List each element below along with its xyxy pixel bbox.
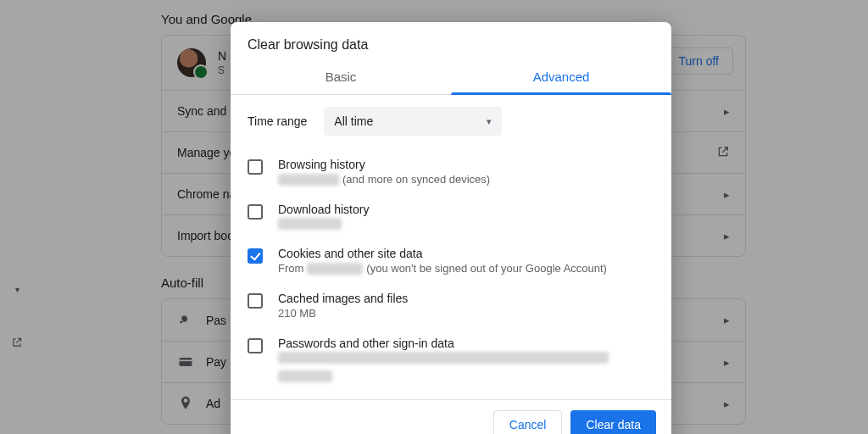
option-subtitle: (and more on synced devices) [278,173,654,186]
option-subtitle: 210 MB [278,307,654,320]
option-title: Cached images and files [278,292,654,305]
option-subtitle [278,352,654,382]
time-range-value: All time [334,114,373,128]
dialog-tabs: Basic Advanced [231,61,671,95]
redacted-text [278,370,332,382]
clear-data-button[interactable]: Clear data [570,410,656,434]
options-list: Browsing history (and more on synced dev… [231,149,671,399]
option-download-history[interactable]: Download history [248,194,654,238]
dialog-footer: Cancel Clear data [231,399,671,434]
clear-browsing-data-dialog: Clear browsing data Basic Advanced Time … [231,22,671,434]
redacted-text [278,218,342,230]
option-title: Cookies and other site data [278,247,654,260]
tab-basic[interactable]: Basic [231,61,451,94]
redacted-text [278,174,339,186]
time-range-row: Time range All time ▾ [231,95,671,149]
cancel-button[interactable]: Cancel [493,410,563,434]
time-range-label: Time range [248,114,307,128]
checkbox[interactable] [248,248,263,264]
tab-advanced[interactable]: Advanced [451,61,671,94]
checkbox[interactable] [248,293,263,309]
option-subtitle: From (you won't be signed out of your Go… [278,262,654,275]
option-title: Browsing history [278,158,654,171]
option-title: Passwords and other sign-in data [278,337,654,350]
checkbox[interactable] [248,159,263,175]
dialog-title: Clear browsing data [231,22,671,61]
option-title: Download history [278,203,654,216]
dropdown-icon: ▾ [487,116,492,127]
time-range-select[interactable]: All time ▾ [324,107,502,136]
option-browsing-history[interactable]: Browsing history (and more on synced dev… [248,149,654,194]
option-passwords[interactable]: Passwords and other sign-in data [248,328,654,391]
checkbox[interactable] [248,338,263,353]
option-cached[interactable]: Cached images and files 210 MB [248,283,654,328]
redacted-text [307,263,363,275]
option-subtitle [278,218,654,230]
redacted-text [278,352,609,364]
checkbox[interactable] [248,204,263,220]
option-cookies[interactable]: Cookies and other site data From (you wo… [248,238,654,283]
